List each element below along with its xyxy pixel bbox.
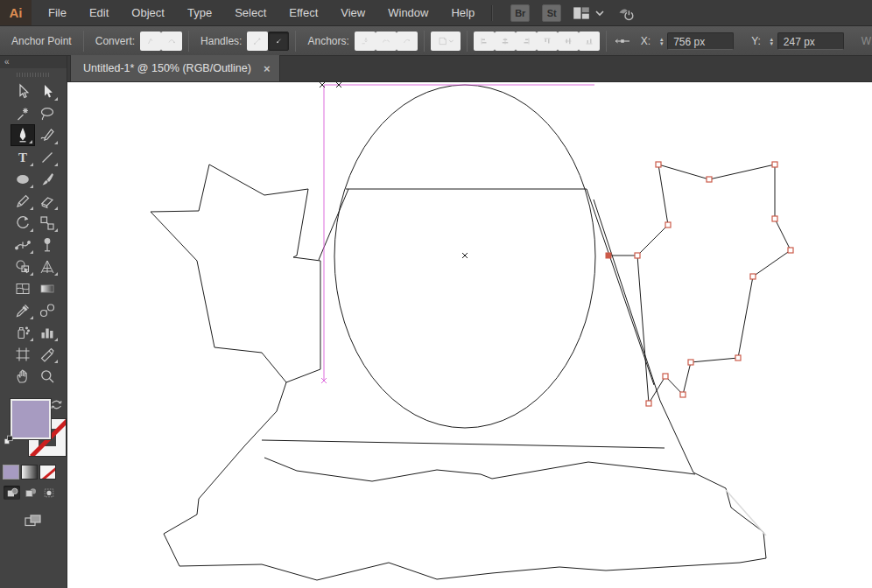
tools-panel: «	[0, 56, 67, 588]
document-tab-title: Untitled-1* @ 150% (RGB/Outline)	[83, 62, 251, 74]
illustrator-logo: Ai	[0, 0, 32, 25]
tool-pen[interactable]	[11, 124, 35, 146]
default-fill-stroke-icon[interactable]	[3, 434, 15, 449]
cut-path-button[interactable]	[376, 32, 397, 51]
divider	[467, 31, 468, 52]
tool-type[interactable]	[11, 146, 35, 168]
tool-width[interactable]	[11, 234, 35, 256]
menu-object[interactable]: Object	[120, 0, 176, 25]
menu-type[interactable]: Type	[176, 0, 223, 25]
menu-window[interactable]: Window	[376, 0, 440, 25]
y-input[interactable]: 247 px	[777, 32, 844, 50]
x-spinner[interactable]: ▴▾	[656, 37, 667, 46]
y-label: Y:	[751, 35, 761, 47]
tool-artboard[interactable]	[11, 343, 35, 365]
tool-slice[interactable]	[35, 343, 60, 365]
align-hcenter-button[interactable]	[495, 32, 516, 51]
draw-normal-button[interactable]	[4, 486, 20, 500]
tool-grid	[11, 80, 67, 387]
menu-file[interactable]: File	[37, 0, 78, 25]
workspace-switcher-button[interactable]	[572, 4, 605, 23]
divider	[295, 31, 296, 52]
show-handles-button[interactable]	[247, 32, 268, 51]
tool-eraser[interactable]	[35, 190, 60, 212]
y-field: Y: ▴▾ 247 px	[746, 32, 844, 50]
divider	[606, 31, 607, 52]
align-top-button[interactable]	[537, 32, 558, 51]
draw-inside-button[interactable]	[40, 486, 57, 500]
apply-color-button[interactable]	[4, 466, 18, 479]
tool-eyedropper[interactable]	[11, 299, 35, 321]
tool-magic-wand[interactable]	[11, 102, 35, 124]
menu-effect[interactable]: Effect	[278, 0, 329, 25]
tool-brush-pen[interactable]	[35, 124, 60, 146]
menu-select[interactable]: Select	[223, 0, 278, 25]
align-vmiddle-button[interactable]	[558, 32, 579, 51]
collapse-panel-button[interactable]: «	[0, 56, 67, 68]
illustrator-window: Ai FileEditObjectTypeSelectEffectViewWin…	[0, 0, 872, 588]
document-tab[interactable]: Untitled-1* @ 150% (RGB/Outline) ×	[70, 55, 280, 81]
menu-view[interactable]: View	[329, 0, 376, 25]
swap-fill-stroke-icon[interactable]	[49, 397, 64, 415]
align-bottom-button[interactable]	[579, 32, 600, 51]
connect-endpoints-button[interactable]	[397, 32, 418, 51]
quick-button-st[interactable]: St	[542, 4, 561, 22]
tool-pencil[interactable]	[11, 190, 35, 212]
x-label: X:	[641, 35, 650, 47]
panel-grip[interactable]	[0, 68, 67, 80]
chevron-down-icon	[594, 10, 605, 17]
point-indicator-icon	[613, 32, 632, 50]
chevron-down-icon	[448, 38, 454, 45]
tool-rotate[interactable]	[11, 212, 35, 234]
tool-selection[interactable]	[11, 80, 35, 102]
apply-color-group	[4, 466, 67, 479]
tool-zoom[interactable]	[35, 365, 60, 387]
convert-to-corner-button[interactable]	[140, 32, 161, 51]
tool-perspective-grid[interactable]	[35, 256, 60, 277]
tool-column-graph[interactable]	[35, 321, 60, 343]
tool-lasso[interactable]	[35, 102, 60, 124]
tool-mesh[interactable]	[11, 277, 35, 299]
draw-behind-button[interactable]	[22, 486, 39, 500]
isolate-object-button[interactable]	[431, 32, 461, 51]
remove-anchor-button[interactable]	[355, 32, 376, 51]
tool-hand[interactable]	[11, 365, 35, 387]
control-bar: Anchor Point Convert: Handles: Anchors: …	[0, 26, 872, 56]
menu-bar: Ai FileEditObjectTypeSelectEffectViewWin…	[0, 0, 872, 26]
tool-scale[interactable]	[35, 212, 60, 234]
divider	[424, 31, 425, 52]
tool-free-transform[interactable]	[35, 234, 60, 256]
document-tab-bar: Untitled-1* @ 150% (RGB/Outline) ×	[67, 56, 872, 82]
screen-mode-button[interactable]	[22, 512, 45, 529]
fill-stroke-control	[0, 397, 67, 462]
tool-symbol-sprayer[interactable]	[11, 321, 35, 343]
quick-button-br[interactable]: Br	[510, 4, 530, 22]
x-field: X: ▴▾ 756 px	[636, 32, 734, 50]
menu-edit[interactable]: Edit	[78, 0, 120, 25]
menu-help[interactable]: Help	[440, 0, 486, 25]
align-right-button[interactable]	[516, 32, 537, 51]
tool-gradient[interactable]	[35, 277, 60, 299]
x-input[interactable]: 756 px	[667, 32, 734, 50]
tool-line[interactable]	[35, 146, 60, 168]
artboard-canvas[interactable]	[67, 82, 872, 588]
handles-label: Handles:	[200, 35, 242, 47]
hide-handles-button[interactable]	[268, 32, 289, 51]
divider	[83, 31, 84, 52]
w-field: W: ▴▾ 0 px	[856, 32, 872, 50]
y-spinner[interactable]: ▴▾	[766, 37, 777, 46]
artwork	[67, 82, 872, 588]
tool-paintbrush[interactable]	[35, 168, 60, 190]
divider	[188, 31, 189, 52]
align-left-button[interactable]	[474, 32, 495, 51]
close-icon[interactable]: ×	[264, 62, 271, 75]
tool-direct-selection[interactable]	[35, 80, 60, 102]
convert-to-smooth-button[interactable]	[161, 32, 182, 51]
tool-shape-builder[interactable]	[11, 256, 35, 277]
fill-color-swatch[interactable]	[11, 399, 51, 439]
apply-none-button[interactable]	[40, 466, 55, 479]
apply-gradient-button[interactable]	[22, 466, 37, 479]
tool-ellipse[interactable]	[11, 168, 35, 190]
cs-live-sync-icon[interactable]	[615, 4, 635, 23]
tool-blend[interactable]	[35, 299, 60, 321]
